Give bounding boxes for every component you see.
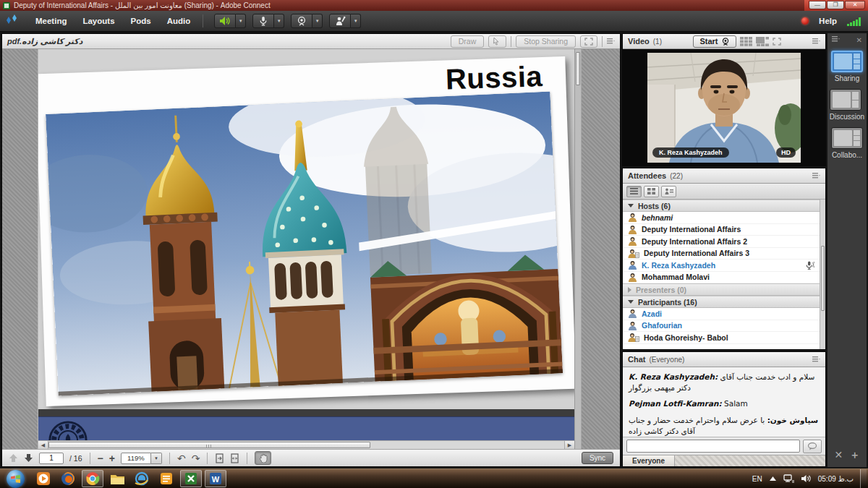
attendees-scrollbar[interactable]	[820, 200, 825, 349]
zoom-dropdown-button[interactable]: ▼	[151, 453, 162, 464]
attendee-row[interactable]: Deputy International Affairs	[623, 224, 820, 236]
network-icon[interactable]	[783, 474, 794, 484]
attendees-scroll-thumb[interactable]	[821, 246, 825, 311]
slide-title: Russia	[445, 60, 543, 95]
raise-hand-button[interactable]	[329, 14, 351, 28]
word-icon[interactable]: W	[205, 470, 226, 487]
chat-input[interactable]	[626, 440, 800, 453]
zoom-out-button[interactable]: −	[98, 453, 103, 463]
attendee-row[interactable]: Mohammad Molavi	[623, 272, 820, 284]
attendee-row[interactable]: Deputy International Affairs 2	[623, 236, 820, 248]
firefox-icon[interactable]	[57, 470, 79, 487]
speaker-button[interactable]	[214, 14, 236, 28]
microphone-button[interactable]	[252, 14, 274, 28]
chat-pod-menu-button[interactable]	[812, 356, 820, 362]
undo-button[interactable]: ↶	[177, 453, 186, 463]
help-menu[interactable]: Help	[819, 17, 837, 25]
attendees-pod-menu-button[interactable]	[812, 173, 820, 179]
status-view-button[interactable]	[661, 186, 676, 197]
attendee-row[interactable]: K. Reza Kashyzadeh	[623, 260, 820, 272]
attendee-row[interactable]: Azadi	[623, 308, 820, 320]
delete-layout-icon[interactable]: ✕	[834, 449, 843, 462]
share-pod-menu-button[interactable]	[607, 38, 615, 44]
layout-sharing[interactable]: Sharing	[831, 51, 863, 82]
chat-tab-everyone[interactable]: Everyone	[623, 455, 675, 466]
internet-explorer-icon[interactable]	[131, 470, 153, 487]
grid-view-button[interactable]	[740, 37, 752, 46]
webcam-button[interactable]	[291, 14, 312, 28]
attendee-row[interactable]: Ghafourian	[623, 320, 820, 333]
presenters-section-header[interactable]: Presenters (0)	[623, 283, 820, 296]
add-layout-icon[interactable]: ＋	[850, 449, 860, 462]
attendee-name: Deputy International Affairs 3	[644, 249, 749, 257]
clock[interactable]: 05:09 ب.ظ	[818, 475, 854, 483]
media-player-icon[interactable]	[33, 470, 54, 487]
connect-icon[interactable]	[180, 470, 202, 487]
video-pod-menu-button[interactable]	[812, 38, 820, 44]
vertical-scroll-thumb[interactable]	[576, 52, 580, 85]
start-webcam-button[interactable]: Start	[693, 35, 736, 48]
breakout-view-button[interactable]	[644, 186, 659, 197]
zoom-level-value[interactable]: 119%	[121, 453, 151, 464]
attendee-row[interactable]: Hoda Ghoreishy- Babol	[623, 332, 820, 344]
redo-button[interactable]: ↷	[192, 453, 200, 463]
horizontal-scrollbar[interactable]: ◀ ▶	[38, 440, 574, 449]
horizontal-scroll-thumb[interactable]	[48, 442, 370, 448]
video-fullscreen-button[interactable]	[773, 38, 781, 46]
vertical-scrollbar[interactable]	[574, 49, 581, 449]
list-view-button[interactable]	[626, 186, 642, 197]
start-button[interactable]	[7, 470, 25, 488]
attendee-row[interactable]: Deputy International Affairs 3	[623, 248, 820, 260]
layout-discussion[interactable]: Discussion	[830, 89, 864, 121]
scroll-right-button[interactable]: ▶	[564, 441, 574, 449]
maximize-button[interactable]: ❐	[827, 1, 844, 9]
fullscreen-button[interactable]	[580, 35, 597, 48]
menu-meeting[interactable]: Meeting	[27, 11, 75, 32]
video-count: (1)	[653, 38, 662, 46]
close-button[interactable]: ✕	[845, 1, 865, 9]
draw-button[interactable]: Draw	[451, 35, 485, 48]
layouts-menu-icon[interactable]	[832, 36, 840, 42]
hosts-section-header[interactable]: Hosts (6)	[623, 200, 820, 212]
sync-button[interactable]: Sync	[582, 452, 613, 464]
scroll-left-button[interactable]: ◀	[38, 441, 48, 449]
menu-layouts[interactable]: Layouts	[75, 11, 122, 32]
filmstrip-view-button[interactable]	[756, 37, 769, 46]
fit-width-button[interactable]	[230, 453, 239, 463]
attendee-row[interactable]: behnami	[623, 212, 820, 224]
stop-sharing-button[interactable]: Stop Sharing	[516, 35, 576, 48]
minimize-button[interactable]: —	[809, 1, 826, 9]
webcam-dropdown[interactable]: ▼	[312, 14, 323, 28]
microphone-dropdown[interactable]: ▼	[274, 14, 284, 28]
document-viewport[interactable]: Russia	[38, 49, 574, 449]
send-message-button[interactable]	[803, 440, 822, 453]
participants-section-header[interactable]: Participants (16)	[623, 296, 820, 308]
fit-page-button[interactable]	[215, 453, 224, 463]
microphone-button-group: ▼	[252, 14, 284, 28]
volume-icon[interactable]	[801, 474, 811, 483]
menu-pods[interactable]: Pods	[123, 11, 159, 32]
connection-bars-icon[interactable]	[847, 17, 861, 26]
speaker-dropdown[interactable]: ▼	[236, 14, 246, 28]
pointer-button[interactable]	[488, 35, 506, 48]
pan-tool-button[interactable]	[255, 451, 271, 465]
horizontal-scroll-track[interactable]	[370, 441, 564, 449]
layout-collaboration[interactable]: Collabo...	[831, 127, 863, 159]
language-indicator[interactable]: EN	[752, 475, 762, 483]
page-number-input[interactable]	[39, 453, 64, 464]
status-dropdown[interactable]: ▼	[351, 14, 361, 28]
menu-audio[interactable]: Audio	[159, 11, 199, 32]
toolbar-divider	[602, 36, 603, 47]
chrome-icon[interactable]	[82, 470, 103, 487]
show-desktop-button[interactable]	[860, 469, 867, 488]
page-up-button[interactable]	[9, 453, 18, 463]
chat-message: سیاوش خون: با عرض سلام واحترام خدمت حضار…	[629, 415, 820, 437]
layouts-close-icon[interactable]: ✕	[856, 36, 862, 44]
tray-arrow-icon[interactable]	[770, 476, 776, 481]
toolbar-divider	[511, 36, 511, 47]
page-down-button[interactable]	[24, 453, 33, 463]
attendee-name: behnami	[642, 213, 673, 222]
zoom-in-button[interactable]: +	[109, 453, 115, 463]
explorer-icon[interactable]	[106, 470, 128, 487]
notes-icon[interactable]	[156, 470, 177, 487]
